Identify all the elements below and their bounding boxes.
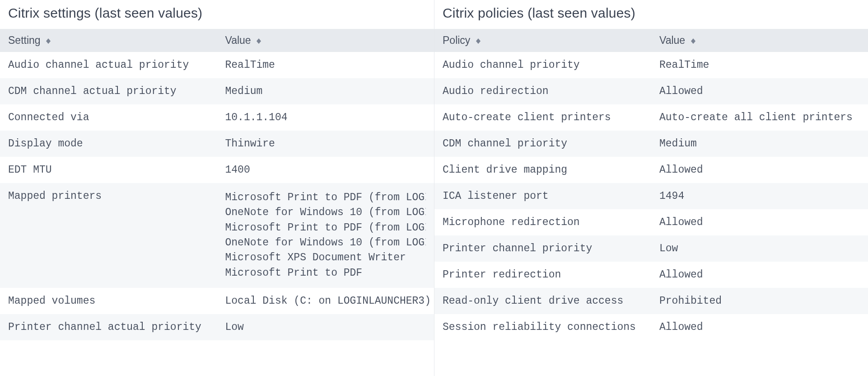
policies-table: Policy Value Audio ch — [434, 29, 868, 340]
table-row: Microphone redirectionAllowed — [434, 209, 868, 235]
table-row: Connected via10.1.1.104 — [0, 104, 434, 131]
table-row: CDM channel actual priorityMedium — [0, 78, 434, 104]
row-key: Connected via — [0, 104, 217, 131]
row-value: Medium — [651, 131, 868, 157]
row-key: Display mode — [0, 131, 217, 157]
row-value: Allowed — [651, 209, 868, 235]
row-value-line: Microsoft Print to PDF (from LOGINLAUNCH… — [225, 190, 426, 205]
row-key: CDM channel priority — [434, 131, 651, 157]
row-value: RealTime — [651, 52, 868, 78]
row-key: Read-only client drive access — [434, 288, 651, 314]
policies-panel: Citrix policies (last seen values) Polic… — [434, 0, 868, 376]
sort-icon — [46, 38, 51, 44]
row-key: Audio channel actual priority — [0, 52, 217, 78]
table-row: Audio redirectionAllowed — [434, 78, 868, 104]
row-value-line: OneNote for Windows 10 (from LOGINLAUNCH… — [225, 205, 426, 220]
table-row: Printer channel priorityLow — [434, 235, 868, 262]
settings-col-key[interactable]: Setting — [0, 29, 217, 52]
table-row: Read-only client drive accessProhibited — [434, 288, 868, 314]
table-row: Auto-create client printersAuto-create a… — [434, 104, 868, 131]
row-value: Microsoft Print to PDF (from LOGINLAUNCH… — [217, 183, 434, 288]
table-row: Mapped volumesLocal Disk (C: on LOGINLAU… — [0, 288, 434, 314]
row-key: Mapped volumes — [0, 288, 217, 314]
table-row: Client drive mappingAllowed — [434, 157, 868, 183]
table-row: EDT MTU1400 — [0, 157, 434, 183]
sort-icon — [476, 38, 481, 44]
sort-icon — [257, 38, 261, 44]
row-value: Allowed — [651, 78, 868, 104]
row-key: Client drive mapping — [434, 157, 651, 183]
policies-col-key[interactable]: Policy — [434, 29, 651, 52]
row-key: Audio redirection — [434, 78, 651, 104]
table-row: Audio channel priorityRealTime — [434, 52, 868, 78]
row-key: Printer redirection — [434, 262, 651, 288]
table-row: Mapped printersMicrosoft Print to PDF (f… — [0, 183, 434, 288]
row-key: ICA listener port — [434, 183, 651, 209]
row-key: Audio channel priority — [434, 52, 651, 78]
row-key: Printer channel actual priority — [0, 314, 217, 340]
row-value: Low — [651, 235, 868, 262]
row-value: RealTime — [217, 52, 434, 78]
settings-col-key-label: Setting — [8, 34, 41, 46]
settings-panel: Citrix settings (last seen values) Setti… — [0, 0, 434, 376]
row-value: 1400 — [217, 157, 434, 183]
settings-tbody: Audio channel actual priorityRealTimeCDM… — [0, 52, 434, 340]
row-value: Local Disk (C: on LOGINLAUNCHER3) — [217, 288, 434, 314]
row-value: Low — [217, 314, 434, 340]
row-key: Session reliability connections — [434, 314, 651, 340]
row-value: Allowed — [651, 157, 868, 183]
row-value-line: Microsoft Print to PDF — [225, 266, 426, 281]
row-value: Medium — [217, 78, 434, 104]
policies-col-key-label: Policy — [443, 34, 470, 46]
row-value: Allowed — [651, 262, 868, 288]
row-value-line: Microsoft Print to PDF (from LOGINLAUNCH… — [225, 221, 426, 235]
row-value: 1494 — [651, 183, 868, 209]
table-row: Display modeThinwire — [0, 131, 434, 157]
row-key: Microphone redirection — [434, 209, 651, 235]
settings-col-value-label: Value — [225, 34, 251, 46]
row-key: CDM channel actual priority — [0, 78, 217, 104]
table-row: CDM channel priorityMedium — [434, 131, 868, 157]
row-value: 10.1.1.104 — [217, 104, 434, 131]
policies-col-value-label: Value — [659, 34, 685, 46]
row-key: EDT MTU — [0, 157, 217, 183]
row-key: Printer channel priority — [434, 235, 651, 262]
sort-icon — [691, 38, 695, 44]
table-row: Printer channel actual priorityLow — [0, 314, 434, 340]
row-key: Mapped printers — [0, 183, 217, 288]
settings-title: Citrix settings (last seen values) — [0, 0, 434, 29]
row-key: Auto-create client printers — [434, 104, 651, 131]
settings-table: Setting Value Audio c — [0, 29, 434, 340]
row-value: Allowed — [651, 314, 868, 340]
row-value-line: OneNote for Windows 10 (from LOGINLAUNCH… — [225, 235, 426, 250]
row-value: Prohibited — [651, 288, 868, 314]
policies-tbody: Audio channel priorityRealTimeAudio redi… — [434, 52, 868, 340]
settings-col-value[interactable]: Value — [217, 29, 434, 52]
row-value: Auto-create all client printers — [651, 104, 868, 131]
policies-title: Citrix policies (last seen values) — [434, 0, 868, 29]
table-row: Session reliability connectionsAllowed — [434, 314, 868, 340]
row-value: Thinwire — [217, 131, 434, 157]
row-value-line: Microsoft XPS Document Writer — [225, 250, 426, 265]
table-row: Audio channel actual priorityRealTime — [0, 52, 434, 78]
table-row: Printer redirectionAllowed — [434, 262, 868, 288]
table-row: ICA listener port1494 — [434, 183, 868, 209]
policies-col-value[interactable]: Value — [651, 29, 868, 52]
